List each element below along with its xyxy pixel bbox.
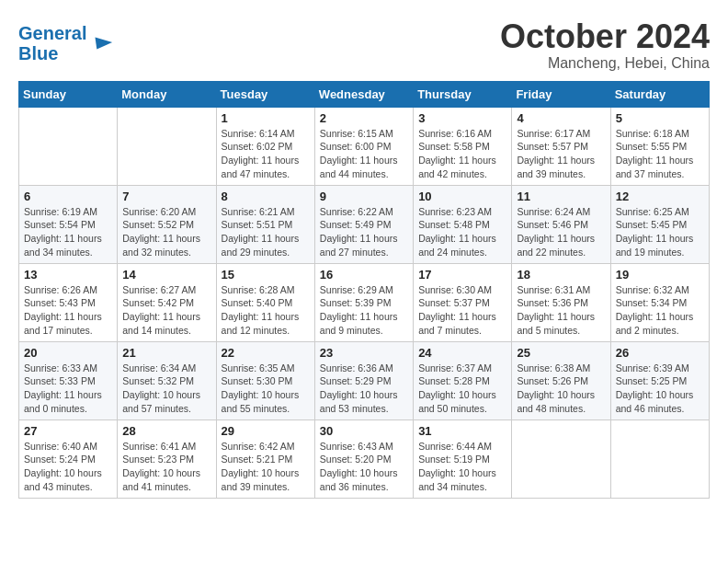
day-number: 22 [222, 346, 310, 360]
day-number: 5 [616, 111, 704, 125]
day-number: 2 [320, 111, 408, 125]
calendar-day-cell: 18Sunrise: 6:31 AMSunset: 5:36 PMDayligh… [512, 263, 610, 341]
calendar-body: 1Sunrise: 6:14 AMSunset: 6:02 PMDaylight… [19, 107, 710, 498]
day-number: 16 [320, 268, 408, 282]
calendar-week-row: 1Sunrise: 6:14 AMSunset: 6:02 PMDaylight… [19, 107, 710, 185]
calendar-day-cell: 11Sunrise: 6:24 AMSunset: 5:46 PMDayligh… [512, 185, 610, 263]
day-number: 28 [122, 424, 210, 438]
day-detail: Sunrise: 6:17 AMSunset: 5:57 PMDaylight:… [517, 128, 595, 179]
calendar-day-cell: 13Sunrise: 6:26 AMSunset: 5:43 PMDayligh… [19, 263, 118, 341]
calendar-day-cell: 20Sunrise: 6:33 AMSunset: 5:33 PMDayligh… [19, 341, 118, 419]
calendar-day-cell: 26Sunrise: 6:39 AMSunset: 5:25 PMDayligh… [610, 341, 709, 419]
logo-text: GeneralBlue [18, 23, 86, 63]
calendar-week-row: 27Sunrise: 6:40 AMSunset: 5:24 PMDayligh… [19, 419, 710, 498]
calendar-day-cell: 9Sunrise: 6:22 AMSunset: 5:49 PMDaylight… [314, 185, 413, 263]
calendar-day-cell: 6Sunrise: 6:19 AMSunset: 5:54 PMDaylight… [19, 185, 118, 263]
calendar-day-cell: 25Sunrise: 6:38 AMSunset: 5:26 PMDayligh… [512, 341, 610, 419]
calendar-day-cell: 17Sunrise: 6:30 AMSunset: 5:37 PMDayligh… [414, 263, 512, 341]
calendar-day-cell: 28Sunrise: 6:41 AMSunset: 5:23 PMDayligh… [118, 419, 216, 498]
day-number: 7 [122, 190, 210, 203]
calendar-day-cell: 3Sunrise: 6:16 AMSunset: 5:58 PMDaylight… [414, 107, 512, 185]
day-detail: Sunrise: 6:31 AMSunset: 5:36 PMDaylight:… [517, 284, 595, 336]
calendar-day-cell: 31Sunrise: 6:44 AMSunset: 5:19 PMDayligh… [414, 419, 512, 498]
calendar-day-cell: 19Sunrise: 6:32 AMSunset: 5:34 PMDayligh… [610, 263, 709, 341]
day-detail: Sunrise: 6:27 AMSunset: 5:42 PMDaylight:… [122, 284, 200, 336]
calendar-day-cell: 14Sunrise: 6:27 AMSunset: 5:42 PMDayligh… [118, 263, 216, 341]
day-detail: Sunrise: 6:41 AMSunset: 5:23 PMDaylight:… [122, 441, 200, 492]
calendar-day-cell: 1Sunrise: 6:14 AMSunset: 6:02 PMDaylight… [216, 107, 314, 185]
calendar-day-cell: 29Sunrise: 6:42 AMSunset: 5:21 PMDayligh… [216, 419, 314, 498]
calendar-week-row: 20Sunrise: 6:33 AMSunset: 5:33 PMDayligh… [19, 341, 710, 419]
day-number: 15 [222, 268, 310, 282]
day-number: 25 [517, 346, 605, 360]
day-detail: Sunrise: 6:44 AMSunset: 5:19 PMDaylight:… [418, 441, 496, 492]
day-detail: Sunrise: 6:32 AMSunset: 5:34 PMDaylight:… [616, 284, 694, 336]
calendar-day-cell: 21Sunrise: 6:34 AMSunset: 5:32 PMDayligh… [118, 341, 216, 419]
day-detail: Sunrise: 6:25 AMSunset: 5:45 PMDaylight:… [616, 206, 694, 258]
calendar-day-cell: 15Sunrise: 6:28 AMSunset: 5:40 PMDayligh… [216, 263, 314, 341]
day-number: 27 [24, 424, 112, 438]
calendar-day-cell: 7Sunrise: 6:20 AMSunset: 5:52 PMDaylight… [118, 185, 216, 263]
calendar-day-cell: 2Sunrise: 6:15 AMSunset: 6:00 PMDaylight… [314, 107, 413, 185]
svg-marker-0 [96, 37, 113, 49]
day-detail: Sunrise: 6:14 AMSunset: 6:02 PMDaylight:… [222, 128, 300, 179]
calendar-day-cell: 24Sunrise: 6:37 AMSunset: 5:28 PMDayligh… [414, 341, 512, 419]
day-number: 17 [418, 268, 506, 282]
day-number: 10 [418, 190, 506, 203]
header-row: SundayMondayTuesdayWednesdayThursdayFrid… [19, 81, 710, 107]
page-header: GeneralBlue October 2024 Mancheng, Hebei… [18, 18, 710, 72]
day-detail: Sunrise: 6:28 AMSunset: 5:40 PMDaylight:… [222, 284, 300, 336]
day-detail: Sunrise: 6:18 AMSunset: 5:55 PMDaylight:… [616, 128, 694, 179]
day-number: 1 [222, 111, 310, 125]
calendar-day-cell [512, 419, 610, 498]
calendar-day-cell: 30Sunrise: 6:43 AMSunset: 5:20 PMDayligh… [314, 419, 413, 498]
day-detail: Sunrise: 6:20 AMSunset: 5:52 PMDaylight:… [122, 206, 200, 258]
day-detail: Sunrise: 6:23 AMSunset: 5:48 PMDaylight:… [418, 206, 496, 258]
day-number: 30 [320, 424, 408, 438]
calendar-week-row: 13Sunrise: 6:26 AMSunset: 5:43 PMDayligh… [19, 263, 710, 341]
calendar-day-cell: 4Sunrise: 6:17 AMSunset: 5:57 PMDaylight… [512, 107, 610, 185]
calendar-week-row: 6Sunrise: 6:19 AMSunset: 5:54 PMDaylight… [19, 185, 710, 263]
day-number: 13 [24, 268, 112, 282]
day-number: 14 [122, 268, 210, 282]
logo: GeneralBlue [18, 23, 114, 63]
day-detail: Sunrise: 6:24 AMSunset: 5:46 PMDaylight:… [517, 206, 595, 258]
calendar-day-cell [118, 107, 216, 185]
calendar-day-cell: 12Sunrise: 6:25 AMSunset: 5:45 PMDayligh… [610, 185, 709, 263]
day-detail: Sunrise: 6:34 AMSunset: 5:32 PMDaylight:… [122, 362, 200, 414]
day-number: 23 [320, 346, 408, 360]
day-number: 20 [24, 346, 112, 360]
day-detail: Sunrise: 6:43 AMSunset: 5:20 PMDaylight:… [320, 441, 398, 492]
calendar-day-cell: 16Sunrise: 6:29 AMSunset: 5:39 PMDayligh… [314, 263, 413, 341]
month-title: October 2024 [500, 18, 710, 55]
day-detail: Sunrise: 6:42 AMSunset: 5:21 PMDaylight:… [222, 441, 300, 492]
day-detail: Sunrise: 6:22 AMSunset: 5:49 PMDaylight:… [320, 206, 398, 258]
day-detail: Sunrise: 6:33 AMSunset: 5:33 PMDaylight:… [24, 362, 102, 414]
day-detail: Sunrise: 6:40 AMSunset: 5:24 PMDaylight:… [24, 441, 102, 492]
weekday-header: Sunday [19, 81, 118, 107]
day-number: 18 [517, 268, 605, 282]
day-detail: Sunrise: 6:21 AMSunset: 5:51 PMDaylight:… [222, 206, 300, 258]
day-number: 9 [320, 190, 408, 203]
calendar-day-cell: 27Sunrise: 6:40 AMSunset: 5:24 PMDayligh… [19, 419, 118, 498]
day-number: 12 [616, 190, 704, 203]
weekday-header: Wednesday [314, 81, 413, 107]
logo-icon [88, 30, 114, 56]
calendar-header: SundayMondayTuesdayWednesdayThursdayFrid… [19, 81, 710, 107]
calendar-day-cell: 10Sunrise: 6:23 AMSunset: 5:48 PMDayligh… [414, 185, 512, 263]
weekday-header: Friday [512, 81, 610, 107]
day-number: 26 [616, 346, 704, 360]
day-detail: Sunrise: 6:29 AMSunset: 5:39 PMDaylight:… [320, 284, 398, 336]
day-detail: Sunrise: 6:35 AMSunset: 5:30 PMDaylight:… [222, 362, 300, 414]
day-detail: Sunrise: 6:38 AMSunset: 5:26 PMDaylight:… [517, 362, 595, 414]
weekday-header: Tuesday [216, 81, 314, 107]
title-block: October 2024 Mancheng, Hebei, China [500, 18, 710, 72]
day-detail: Sunrise: 6:26 AMSunset: 5:43 PMDaylight:… [24, 284, 102, 336]
day-detail: Sunrise: 6:15 AMSunset: 6:00 PMDaylight:… [320, 128, 398, 179]
calendar-day-cell [19, 107, 118, 185]
day-number: 11 [517, 190, 605, 203]
day-number: 21 [122, 346, 210, 360]
weekday-header: Saturday [610, 81, 709, 107]
day-number: 24 [418, 346, 506, 360]
weekday-header: Monday [118, 81, 216, 107]
